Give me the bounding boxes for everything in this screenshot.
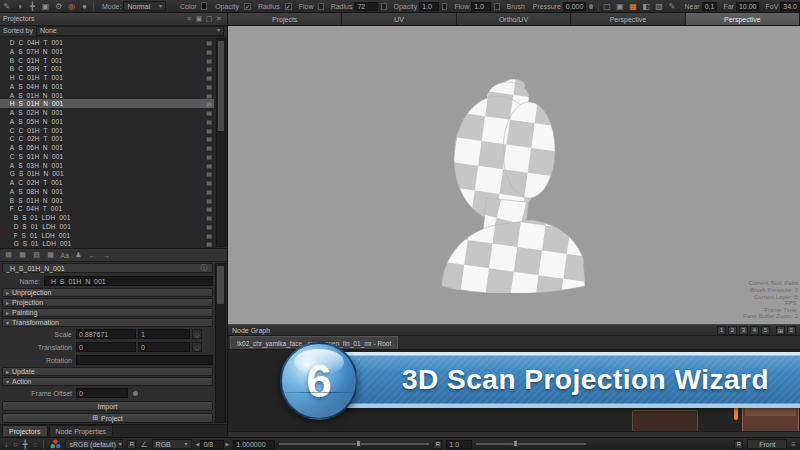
section-header[interactable]: ▸Projection: [2, 298, 213, 307]
projector-list-scrollbar[interactable]: [216, 38, 226, 247]
projector-list-item[interactable]: _A_S_06H_N_001 ▤: [0, 143, 214, 152]
fov-field[interactable]: 34.0: [780, 2, 800, 11]
grid-snap-icon[interactable]: ⊞: [776, 326, 785, 335]
section-header[interactable]: ▸Painting: [2, 308, 213, 317]
brush-checkbox[interactable]: [494, 3, 499, 10]
textured-view-icon[interactable]: ▦: [627, 1, 640, 12]
flow-lock-checkbox[interactable]: [442, 3, 447, 10]
pan-icon[interactable]: ╋: [23, 440, 28, 449]
paint-brush-icon[interactable]: ✎: [0, 1, 13, 12]
gain-slider[interactable]: [476, 443, 586, 445]
scale-x-field[interactable]: 0.887671: [76, 329, 136, 339]
gain-reset-button[interactable]: R: [433, 440, 442, 449]
red-channel-toggle[interactable]: R: [127, 440, 136, 449]
overflow-menu-icon[interactable]: ≡: [791, 440, 796, 449]
projector-list-item[interactable]: _B_C_09H_T_001 ▤: [0, 64, 214, 73]
scanned-head-model[interactable]: [436, 78, 586, 293]
next-projector-icon[interactable]: →: [100, 250, 113, 261]
opacity-field[interactable]: 1.0: [419, 2, 439, 11]
rotation-field[interactable]: [76, 355, 213, 365]
mode-dropdown[interactable]: Normal ▾: [123, 1, 165, 11]
projector-list-item[interactable]: _A_S_08H_N_001 ▤: [0, 187, 214, 196]
projector-list-item[interactable]: _A_S_01H_N_001 ▤: [0, 91, 214, 100]
scrollbar-thumb[interactable]: [218, 41, 224, 131]
color-swatch[interactable]: [201, 2, 207, 10]
projector-list-item[interactable]: _C_C_02H_T_001 ▤: [0, 134, 214, 143]
shaded-view-icon[interactable]: ▣: [614, 1, 627, 12]
projector-list-item[interactable]: _A_S_02H_N_001 ▤: [0, 108, 214, 117]
projector-delete-icon[interactable]: ▩: [44, 250, 57, 261]
projector-list-item[interactable]: _D_C_04H_T_001 ▤: [0, 38, 214, 47]
name-field[interactable]: _H_S_01H_N_001: [44, 276, 213, 286]
lasso-icon[interactable]: ○: [13, 440, 18, 449]
near-field[interactable]: 0.1: [702, 2, 718, 11]
scrollbar-thumb[interactable]: [217, 266, 224, 304]
menu-icon[interactable]: ≡: [184, 14, 194, 23]
frame-offset-field[interactable]: 0: [76, 388, 128, 398]
properties-scrollbar[interactable]: [215, 263, 226, 423]
viewport-tab[interactable]: Projects: [228, 13, 342, 25]
translation-y-field[interactable]: 0: [138, 342, 190, 352]
projector-list-item[interactable]: _A_S_05H_N_001 ▤: [0, 117, 214, 126]
pressure-field[interactable]: 0.000: [563, 2, 587, 11]
graph-menu-icon[interactable]: ≡: [787, 326, 796, 335]
import-button[interactable]: Import: [2, 401, 213, 411]
view-mode-button[interactable]: Front: [747, 439, 787, 449]
close-panel-icon[interactable]: ✕: [214, 14, 224, 23]
section-header[interactable]: ▾Transformation: [2, 318, 213, 327]
projector-list-item[interactable]: _A_S_07H_N_001 ▤: [0, 47, 214, 56]
projector-list-item[interactable]: _B_C_01H_T_001 ▤: [0, 56, 214, 65]
scale-y-field[interactable]: 1: [138, 329, 190, 339]
frame-offset-slider-handle[interactable]: [133, 391, 138, 396]
colorspace-dropdown[interactable]: sRGB (default) ▾: [65, 439, 123, 449]
clone-stamp-icon[interactable]: ▣: [39, 1, 52, 12]
flow-field[interactable]: 1.0: [471, 2, 491, 11]
graph-bookmark-button[interactable]: 1: [717, 326, 726, 335]
projection-target-icon[interactable]: ◎: [65, 1, 78, 12]
pin-panel-icon[interactable]: ▣: [194, 14, 204, 23]
projector-list-item[interactable]: _F_C_04H_T_001 ▤: [0, 204, 214, 213]
projector-list-item[interactable]: __A_S_01_LDH_001 ▤: [0, 248, 214, 249]
viewport-tab[interactable]: Perspective: [686, 13, 800, 25]
blur-tool-icon[interactable]: ◑: [13, 1, 26, 12]
projector-list-item[interactable]: __F_S_01_LDH_001 ▤: [0, 231, 214, 240]
projector-list-item[interactable]: __G_S_01_LDH_001 ▤: [0, 239, 214, 248]
color-picker-icon[interactable]: [50, 439, 61, 449]
exposure-field[interactable]: 1.000000: [233, 440, 275, 449]
text-size-icon[interactable]: Aa: [58, 250, 71, 261]
marquee-circle-icon[interactable]: ◌: [33, 440, 38, 449]
viewport-tab[interactable]: UV: [342, 13, 456, 25]
pose-icon[interactable]: ♟: [72, 250, 85, 261]
channel-dropdown[interactable]: RGB ▾: [152, 439, 192, 449]
projector-list-item[interactable]: __B_S_01_LDH_001 ▤: [0, 213, 214, 222]
translation-curve-button[interactable]: ◇: [192, 342, 202, 352]
project-button[interactable]: ⊞ Project: [2, 413, 213, 423]
projector-new-icon[interactable]: ▤: [2, 250, 15, 261]
reset-view-button[interactable]: R: [734, 440, 743, 449]
projector-list-item[interactable]: _H_C_01H_T_001 ▤: [0, 73, 214, 82]
graph-bookmark-button[interactable]: 5: [761, 326, 770, 335]
spinner-right-icon[interactable]: ▶: [225, 441, 229, 447]
pressure-slider-handle[interactable]: [589, 4, 592, 9]
pick-color-icon[interactable]: ↓: [4, 440, 8, 449]
graph-bookmark-button[interactable]: 4: [750, 326, 759, 335]
projector-list-item[interactable]: _B_S_01H_N_001 ▤: [0, 196, 214, 205]
projector-list-item[interactable]: _A_S_03H_N_001 ▤: [0, 161, 214, 170]
prev-projector-icon[interactable]: ←: [86, 250, 99, 261]
viewport-tab[interactable]: Perspective: [571, 13, 685, 25]
opacity-checkbox[interactable]: ✓: [244, 3, 251, 10]
graph-bookmark-button[interactable]: 3: [739, 326, 748, 335]
projector-duplicate-icon[interactable]: ▦: [16, 250, 29, 261]
graph-node[interactable]: [632, 410, 698, 432]
projector-list-item[interactable]: __D_S_01_LDH_001 ▤: [0, 222, 214, 231]
gear-icon[interactable]: ⚙: [52, 1, 65, 12]
projector-list-item[interactable]: _A_C_02H_T_001 ▤: [0, 178, 214, 187]
flow-checkbox[interactable]: [318, 3, 323, 10]
translation-x-field[interactable]: 0: [76, 342, 136, 352]
3d-viewport[interactable]: Current Tool: PaintBrush Pressure: 0Curr…: [228, 26, 800, 324]
lighting-view-icon[interactable]: ◧: [640, 1, 653, 12]
slider-handle[interactable]: [356, 440, 361, 447]
sorted-by-dropdown[interactable]: None ▾: [36, 26, 224, 36]
projector-list-item[interactable]: _C_S_01H_N_001 ▤: [0, 152, 214, 161]
radius-field[interactable]: 72: [354, 2, 378, 11]
